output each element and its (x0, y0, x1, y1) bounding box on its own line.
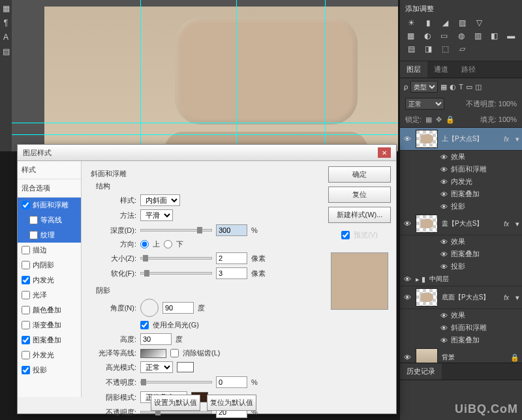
levels-icon[interactable]: ▮ (422, 18, 434, 28)
layer-thumb[interactable] (416, 288, 438, 307)
invert-icon[interactable]: ◧ (489, 31, 500, 41)
lock-all-icon[interactable]: 🔒 (446, 115, 455, 124)
filter-adj-icon[interactable]: ◐ (450, 83, 456, 91)
visibility-icon[interactable]: 👁 (403, 353, 412, 361)
fx-badge[interactable]: fx (504, 220, 509, 228)
fx-badge[interactable]: fx (504, 294, 509, 301)
cancel-button[interactable]: 复位 (328, 187, 391, 203)
layer-name[interactable]: 盖【P大点S】 (442, 219, 500, 228)
threshold-icon[interactable]: ◨ (422, 44, 434, 54)
close-icon[interactable]: ✕ (378, 147, 391, 158)
layer-thumb[interactable] (416, 348, 438, 363)
style-satin[interactable]: 光泽 (18, 288, 81, 303)
filter-smart-icon[interactable]: ◫ (475, 83, 482, 91)
visibility-icon[interactable]: 👁 (439, 324, 448, 332)
reset-default-button[interactable]: 复位为默认值 (207, 395, 256, 411)
style-contour[interactable]: 等高线 (18, 213, 81, 228)
lock-position-icon[interactable]: ✥ (436, 115, 442, 124)
tab-channels[interactable]: 通道 (427, 61, 455, 78)
search-icon[interactable]: ρ (404, 83, 408, 91)
lut-icon[interactable]: ▥ (472, 31, 484, 41)
soften-slider[interactable] (140, 272, 212, 275)
styles-header[interactable]: 样式 (18, 161, 81, 179)
bevel-style-select[interactable]: 内斜面 (140, 194, 180, 206)
bw-icon[interactable]: ◐ (422, 31, 434, 41)
effect-item[interactable]: 👁投影 (400, 200, 522, 213)
exposure-icon[interactable]: ▨ (456, 18, 468, 28)
visibility-icon[interactable]: 👁 (439, 190, 448, 198)
filter-kind[interactable]: 类型 (410, 81, 438, 93)
visibility-icon[interactable]: 👁 (439, 337, 448, 344)
filter-type-icon[interactable]: T (459, 83, 463, 91)
guide-vertical[interactable] (236, 0, 237, 151)
chevron-down-icon[interactable]: ▾ (515, 220, 519, 228)
visibility-icon[interactable]: 👁 (439, 312, 448, 320)
soften-input[interactable] (216, 267, 247, 279)
visibility-icon[interactable]: 👁 (439, 166, 448, 173)
altitude-input[interactable] (140, 333, 172, 345)
angle-dial[interactable] (140, 299, 159, 317)
visibility-icon[interactable]: 👁 (403, 275, 412, 283)
fill-value[interactable]: 100% (499, 115, 517, 123)
posterize-icon[interactable]: ▤ (405, 44, 417, 54)
style-stroke[interactable]: 描边 (18, 243, 81, 258)
layer-thumb[interactable] (416, 130, 438, 148)
mixer-icon[interactable]: ◍ (455, 31, 467, 41)
layer-row[interactable]: 👁 背景 🔒 (400, 346, 522, 363)
effect-item[interactable]: 👁斜面和浮雕 (400, 322, 522, 334)
hue-icon[interactable]: ▦ (405, 31, 417, 41)
select-color-icon[interactable]: ⬚ (439, 44, 451, 54)
effect-item[interactable]: 👁效果 (400, 151, 522, 163)
lock-pixels-icon[interactable]: ▦ (425, 115, 432, 124)
swatches-icon[interactable]: ▦ (3, 4, 10, 13)
tab-history[interactable]: 历史记录 (400, 363, 442, 380)
filter-img-icon[interactable]: ▦ (440, 83, 447, 91)
antialias-check[interactable] (170, 349, 179, 357)
brightness-icon[interactable]: ☀ (405, 18, 417, 28)
style-bevel[interactable]: 斜面和浮雕 (18, 198, 81, 213)
chevron-down-icon[interactable]: ▾ (515, 293, 519, 302)
angle-input[interactable] (162, 302, 194, 314)
visibility-icon[interactable]: 👁 (403, 135, 412, 143)
guide-vertical[interactable] (140, 0, 141, 151)
effect-item[interactable]: 👁效果 (400, 309, 522, 322)
effect-item[interactable]: 👁图案叠加 (400, 334, 522, 346)
style-color-overlay[interactable]: 颜色叠加 (18, 303, 81, 318)
highlight-opacity-input[interactable] (216, 376, 247, 388)
preview-check[interactable] (341, 231, 350, 239)
filter-shape-icon[interactable]: ▭ (466, 83, 472, 91)
size-slider[interactable] (140, 257, 212, 260)
layer-name[interactable]: 中间层 (429, 275, 519, 284)
effect-item[interactable]: 👁效果 (400, 235, 522, 248)
gradient-icon[interactable]: ▱ (456, 44, 468, 54)
style-inner-shadow[interactable]: 内阴影 (18, 258, 81, 273)
highlight-color[interactable] (177, 362, 194, 372)
blend-mode[interactable]: 正常 (405, 98, 444, 110)
style-texture[interactable]: 纹理 (18, 228, 81, 243)
visibility-icon[interactable]: 👁 (439, 238, 448, 246)
style-pattern-overlay[interactable]: 图案叠加 (18, 333, 81, 348)
gloss-contour[interactable] (140, 349, 166, 358)
vibrance-icon[interactable]: ▽ (473, 18, 485, 28)
layer-name[interactable]: 上【P大点S】 (442, 134, 500, 143)
style-grad-overlay[interactable]: 渐变叠加 (18, 318, 81, 333)
layer-row[interactable]: 👁 盖【P大点S】 fx ▾ (400, 213, 522, 235)
layer-name[interactable]: 背景 (442, 353, 506, 362)
depth-input[interactable] (216, 224, 247, 236)
chevron-down-icon[interactable]: ▾ (515, 135, 519, 143)
effect-item[interactable]: 👁图案叠加 (400, 248, 522, 260)
style-outer-glow[interactable]: 外发光 (18, 348, 81, 363)
guide-horizontal[interactable] (12, 134, 398, 135)
guide-horizontal[interactable] (12, 123, 398, 123)
highlight-mode-select[interactable]: 正常 (140, 361, 173, 373)
photo-filter-icon[interactable]: ▭ (438, 31, 450, 41)
guide-vertical[interactable] (325, 0, 326, 151)
folder-icon[interactable]: ▸ ▮ (416, 275, 425, 284)
set-default-button[interactable]: 设置为默认值 (151, 395, 200, 411)
shadow-opacity-slider[interactable] (140, 411, 212, 413)
tab-paths[interactable]: 路径 (455, 61, 482, 78)
dir-up-radio[interactable] (140, 240, 149, 248)
size-input[interactable] (216, 252, 247, 264)
opacity-value[interactable]: 100% (499, 100, 517, 108)
visibility-icon[interactable]: 👁 (439, 203, 448, 211)
